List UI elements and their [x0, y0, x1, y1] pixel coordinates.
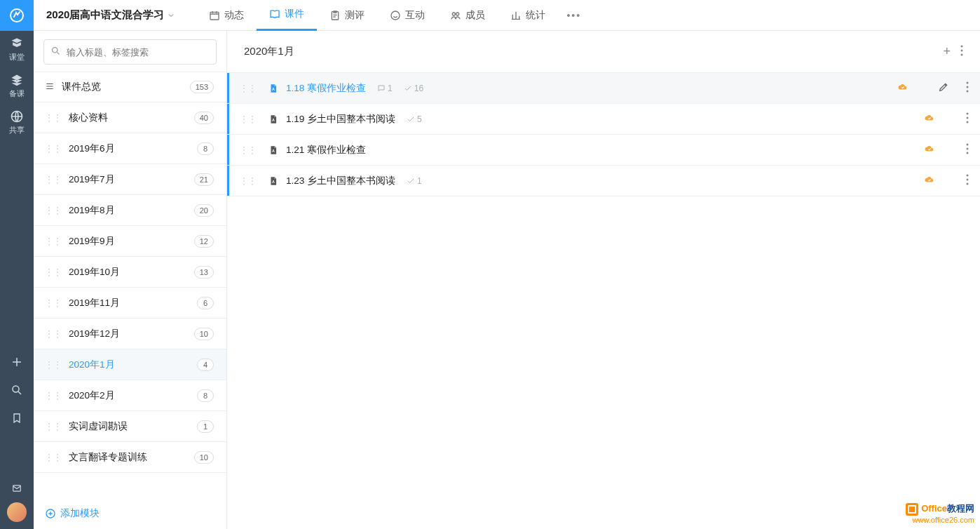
sidebar-item-label: 实词虚词勘误: [69, 420, 197, 433]
sidebar-item[interactable]: ⋮⋮2019年12月10: [34, 319, 226, 349]
smile-icon: [390, 10, 401, 21]
search-icon: [11, 384, 23, 396]
tab-more[interactable]: •••: [558, 0, 590, 31]
tab-activity[interactable]: 动态: [196, 0, 257, 31]
users-icon: [450, 10, 461, 21]
sidebar-item[interactable]: ⋮⋮2019年10月13: [34, 257, 226, 288]
sidebar-item-label: 2020年1月: [69, 359, 197, 371]
svg-point-29: [967, 183, 969, 185]
sidebar-item[interactable]: ⋮⋮实词虚词勘误1: [34, 411, 226, 442]
row-title: 1.23 乡土中国整本书阅读: [286, 175, 395, 187]
rail-mail[interactable]: [0, 474, 34, 502]
row-more-button[interactable]: [965, 143, 970, 156]
sidebar-panel: 课件总览 153 ⋮⋮核心资料40⋮⋮2019年6月8⋮⋮2019年7月21⋮⋮…: [34, 31, 227, 529]
main-content: 2020年1月 + ⋮⋮A1.18 寒假作业检查116⋮⋮A1.19 乡土中国整…: [227, 31, 980, 529]
svg-point-23: [967, 144, 969, 146]
sidebar-item-label: 2019年6月: [69, 142, 197, 155]
clipboard-icon: [329, 10, 341, 21]
section-more-button[interactable]: [960, 45, 963, 58]
sidebar-item[interactable]: ⋮⋮2019年11月6: [34, 288, 226, 319]
calendar-icon: [209, 10, 220, 21]
rail-share[interactable]: 共享: [0, 104, 34, 140]
sidebar-item[interactable]: ⋮⋮2019年8月20: [34, 195, 226, 226]
more-icon: •••: [566, 10, 581, 21]
count-badge: 21: [194, 173, 214, 186]
row-more-button[interactable]: [965, 174, 970, 187]
svg-point-15: [967, 82, 969, 84]
row-title: 1.19 乡土中国整本书阅读: [286, 113, 395, 126]
add-module-label: 添加模块: [60, 507, 100, 520]
tab-assessment[interactable]: 测评: [317, 0, 377, 31]
watermark-icon: [906, 503, 918, 516]
courseware-row[interactable]: ⋮⋮A1.21 寒假作业检查: [227, 135, 980, 166]
drag-icon: ⋮⋮: [240, 176, 257, 186]
app-logo[interactable]: [0, 0, 34, 31]
sidebar-item[interactable]: ⋮⋮2019年9月12: [34, 226, 226, 257]
row-more-button[interactable]: [965, 112, 970, 126]
svg-point-12: [961, 50, 963, 52]
mail-icon: [11, 483, 23, 493]
row-title: 1.18 寒假作业检查: [286, 82, 366, 95]
section-header: 2020年1月 +: [227, 31, 980, 73]
rail-label: 备课: [9, 88, 25, 99]
drag-icon: ⋮⋮: [45, 144, 62, 154]
svg-point-5: [456, 13, 459, 15]
check-count: 1: [407, 176, 422, 186]
tab-statistics[interactable]: 统计: [498, 0, 558, 31]
sidebar-item-label: 2019年11月: [69, 297, 197, 309]
tab-courseware[interactable]: 课件: [257, 0, 317, 31]
row-more-button[interactable]: [965, 81, 970, 95]
rail-bookmark[interactable]: [0, 404, 34, 432]
sidebar-item[interactable]: ⋮⋮核心资料40: [34, 102, 226, 133]
edit-button[interactable]: [938, 81, 949, 95]
sidebar-item-label: 核心资料: [69, 112, 194, 124]
section-title: 2020年1月: [244, 45, 294, 58]
sidebar-item-label: 2019年7月: [69, 173, 194, 186]
drag-icon: ⋮⋮: [45, 298, 62, 308]
courseware-rows: ⋮⋮A1.18 寒假作业检查116⋮⋮A1.19 乡土中国整本书阅读5⋮⋮A1.…: [227, 73, 980, 196]
list-icon: [45, 81, 55, 93]
add-module-button[interactable]: 添加模块: [34, 498, 226, 529]
tab-members[interactable]: 成员: [437, 0, 498, 31]
sidebar-item-label: 文言翻译专题训练: [69, 451, 194, 464]
tab-interaction[interactable]: 互动: [377, 0, 437, 31]
classroom-icon: [10, 36, 24, 51]
drag-icon: ⋮⋮: [240, 83, 257, 93]
sidebar-item[interactable]: ⋮⋮2020年2月8: [34, 380, 226, 411]
sidebar-item-label: 2019年9月: [69, 235, 194, 248]
rail-classroom[interactable]: 课堂: [0, 31, 34, 67]
svg-point-19: [967, 113, 969, 115]
check-count: 5: [407, 114, 422, 124]
search-input[interactable]: [43, 39, 217, 65]
cloud-synced-icon: [896, 82, 910, 94]
courseware-row[interactable]: ⋮⋮A1.18 寒假作业检查116: [227, 73, 980, 104]
count-badge: 12: [194, 235, 214, 248]
sidebar-item[interactable]: ⋮⋮2019年7月21: [34, 164, 226, 195]
section-add-button[interactable]: +: [943, 44, 951, 59]
user-avatar[interactable]: [7, 502, 27, 522]
drag-icon: ⋮⋮: [45, 267, 62, 277]
watermark: Office教程网 www.office26.com: [906, 503, 974, 525]
globe-icon: [10, 109, 24, 123]
rail-search[interactable]: [0, 376, 34, 404]
sidebar-item[interactable]: ⋮⋮2020年1月4: [34, 349, 226, 380]
rail-prepare[interactable]: 备课: [0, 67, 34, 104]
sidebar-item-label: 2020年2月: [69, 389, 197, 402]
sidebar-list: 课件总览 153 ⋮⋮核心资料40⋮⋮2019年6月8⋮⋮2019年7月21⋮⋮…: [34, 72, 226, 498]
sidebar-item-label: 2019年12月: [69, 328, 194, 340]
count-badge: 13: [194, 266, 214, 279]
svg-point-25: [967, 152, 969, 154]
courseware-row[interactable]: ⋮⋮A1.19 乡土中国整本书阅读5: [227, 104, 980, 135]
rail-label: 共享: [9, 125, 25, 135]
svg-point-20: [967, 117, 969, 119]
sidebar-overview[interactable]: 课件总览 153: [34, 72, 226, 102]
rail-add[interactable]: [0, 348, 34, 376]
file-icon: A: [268, 144, 279, 156]
courseware-row[interactable]: ⋮⋮A1.23 乡土中国整本书阅读1: [227, 166, 980, 196]
drag-icon: ⋮⋮: [45, 175, 62, 185]
sidebar-item[interactable]: ⋮⋮文言翻译专题训练10: [34, 442, 226, 473]
tab-label: 成员: [465, 9, 485, 22]
course-title-dropdown[interactable]: 2020届高中语文混合学习: [46, 8, 175, 22]
sidebar-item[interactable]: ⋮⋮2019年6月8: [34, 133, 226, 164]
drag-icon: ⋮⋮: [45, 113, 62, 123]
